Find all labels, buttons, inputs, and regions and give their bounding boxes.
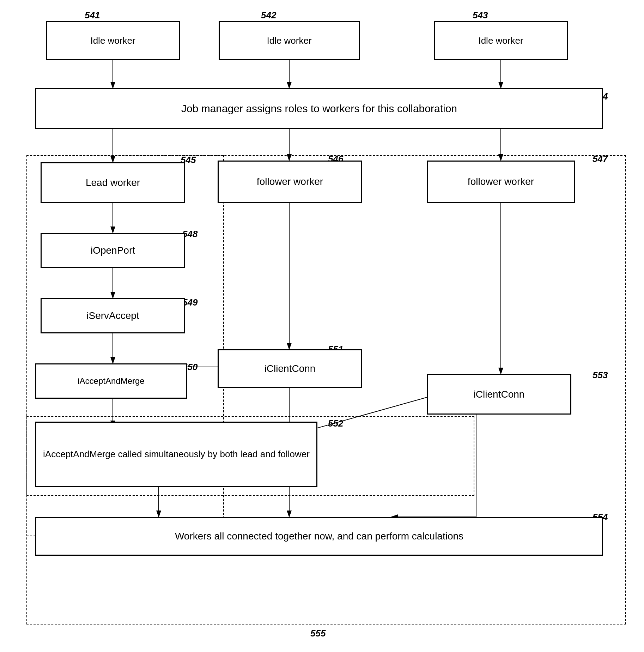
lead-worker-box: Lead worker: [41, 162, 185, 203]
follower-worker-1-box: follower worker: [218, 161, 362, 203]
ref-543: 543: [473, 10, 488, 21]
ref-555: 555: [310, 628, 326, 639]
iClientConn-1-box: iClientConn: [218, 349, 362, 388]
iAcceptAndMerge-text-box: iAcceptAndMerge called simultaneously by…: [35, 422, 317, 487]
iServAccept-box: iServAccept: [41, 298, 185, 333]
ref-542: 542: [261, 10, 276, 21]
ref-541: 541: [85, 10, 100, 21]
ref-552: 552: [328, 418, 343, 429]
workers-connected-box: Workers all connected together now, and …: [35, 517, 603, 556]
iAcceptAndMerge-box: iAcceptAndMerge: [35, 363, 187, 399]
ref-547: 547: [593, 153, 608, 164]
ref-553: 553: [593, 370, 608, 381]
idle-worker-2: Idle worker: [219, 21, 360, 60]
follower-worker-2-box: follower worker: [427, 161, 575, 203]
idle-worker-3: Idle worker: [434, 21, 568, 60]
job-manager-box: Job manager assigns roles to workers for…: [35, 88, 603, 129]
iOpenPort-box: iOpenPort: [41, 233, 185, 268]
idle-worker-1: Idle worker: [46, 21, 180, 60]
diagram-container: 541 Idle worker 542 Idle worker 543 Idle…: [0, 0, 644, 652]
iClientConn-2-box: iClientConn: [427, 374, 571, 415]
